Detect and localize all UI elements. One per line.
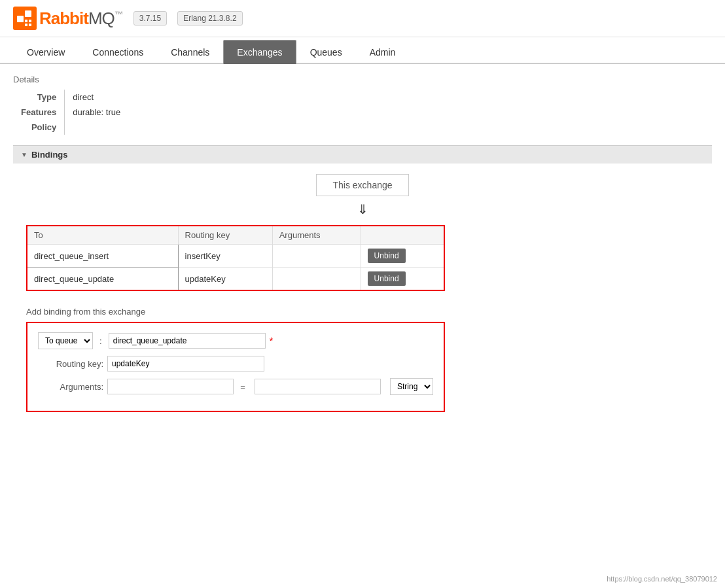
logo: RabbitMQ™ — [13, 7, 123, 30]
equals-sign: = — [238, 382, 248, 392]
erlang-badge: Erlang 21.3.8.2 — [177, 11, 242, 26]
exchange-box: This exchange — [316, 174, 408, 196]
features-value: durable: true — [65, 105, 129, 120]
nav-admin[interactable]: Admin — [356, 40, 410, 64]
exchange-box-wrapper: This exchange — [26, 174, 699, 196]
routing-key-input[interactable] — [107, 356, 264, 372]
arguments-label: Arguments: — [38, 382, 103, 392]
arguments-input[interactable] — [107, 379, 234, 394]
routing-key-row: Routing key: — [38, 356, 433, 372]
to-queue-select[interactable]: To queue — [38, 332, 93, 349]
header: RabbitMQ™ 3.7.15 Erlang 21.3.8.2 — [0, 0, 725, 37]
logo-text: RabbitMQ™ — [39, 9, 123, 29]
col-to: To — [27, 226, 178, 245]
svg-rect-0 — [17, 16, 24, 22]
unbind-button-2[interactable]: Unbind — [368, 271, 406, 286]
policy-value — [65, 120, 129, 135]
logo-icon — [13, 7, 37, 30]
required-star: * — [270, 336, 273, 346]
flow-arrow: ⇓ — [26, 201, 699, 217]
routing-key-2: updateKey — [178, 268, 272, 291]
routing-key-label: Routing key: — [38, 359, 103, 369]
to-row: To queue : * — [38, 332, 433, 349]
svg-rect-2 — [25, 20, 27, 22]
details-table: Type direct Features durable: true Polic… — [13, 90, 128, 135]
col-arguments: Arguments — [272, 226, 361, 245]
features-label: Features — [13, 105, 65, 120]
table-row: direct_queue_insert insertKey Unbind — [27, 245, 444, 268]
nav-channels[interactable]: Channels — [157, 40, 223, 64]
queue-link-1[interactable]: direct_queue_insert — [34, 251, 109, 261]
bindings-title: Bindings — [31, 150, 68, 160]
arguments-value-input[interactable] — [255, 379, 381, 394]
bindings-section-header[interactable]: ▼ Bindings — [13, 145, 712, 164]
queue-link-2[interactable]: direct_queue_update — [34, 274, 114, 284]
to-queue-input[interactable] — [109, 333, 266, 349]
queue-cell-2: direct_queue_update — [27, 268, 178, 291]
col-routing-key: Routing key — [178, 226, 272, 245]
version-badge: 3.7.15 — [133, 11, 167, 26]
unbind-cell-1: Unbind — [361, 245, 444, 268]
svg-rect-5 — [29, 24, 31, 26]
nav-overview[interactable]: Overview — [13, 40, 79, 64]
nav-connections[interactable]: Connections — [79, 40, 157, 64]
arguments-1 — [272, 245, 361, 268]
policy-label: Policy — [13, 120, 65, 135]
type-label: Type — [13, 90, 65, 105]
routing-key-1: insertKey — [178, 245, 272, 268]
details-title: Details — [13, 75, 712, 84]
type-value: direct — [65, 90, 129, 105]
bindings-content: This exchange ⇓ To Routing key Arguments… — [13, 174, 712, 412]
nav-exchanges[interactable]: Exchanges — [223, 40, 296, 64]
collapse-triangle: ▼ — [21, 151, 27, 158]
unbind-button-1[interactable]: Unbind — [368, 249, 406, 263]
svg-rect-1 — [25, 10, 31, 17]
unbind-cell-2: Unbind — [361, 268, 444, 291]
svg-rect-4 — [25, 24, 27, 26]
main-content: Details Type direct Features durable: tr… — [0, 64, 725, 423]
add-binding-form: To queue : * Routing key: Arguments: = S… — [26, 322, 445, 412]
svg-rect-3 — [29, 20, 31, 22]
arguments-2 — [272, 268, 361, 291]
arguments-row: Arguments: = String — [38, 378, 433, 395]
bindings-table: To Routing key Arguments direct_queue_in… — [26, 225, 445, 291]
col-action — [361, 226, 444, 245]
nav-queues[interactable]: Queues — [296, 40, 356, 64]
main-nav: Overview Connections Channels Exchanges … — [0, 40, 725, 64]
type-select[interactable]: String — [390, 378, 433, 395]
queue-cell-1: direct_queue_insert — [27, 245, 178, 268]
colon-sep: : — [97, 336, 105, 346]
table-row: direct_queue_update updateKey Unbind — [27, 268, 444, 291]
add-binding-title: Add binding from this exchange — [26, 307, 699, 317]
